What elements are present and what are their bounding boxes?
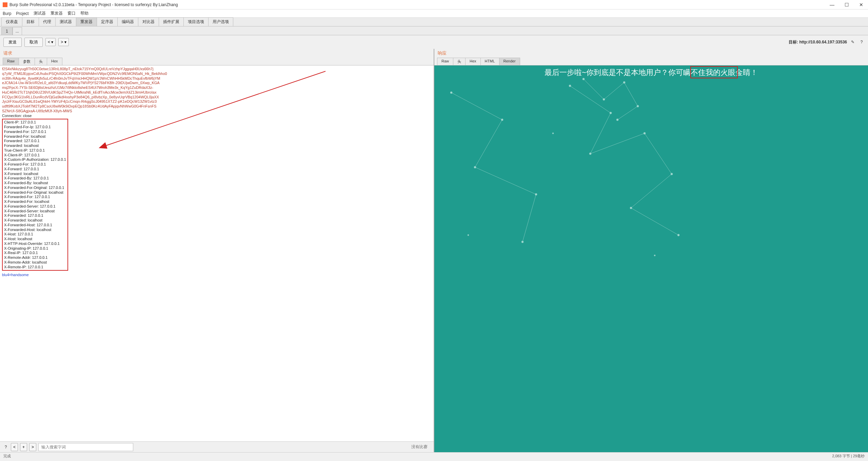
request-body-line: blu4=handsome [2,273,432,277]
search-next-button[interactable]: > [29,443,36,451]
request-view-tabs: Raw 参数 头 Hex [0,58,434,65]
tab-intruder[interactable]: 测试器 [55,17,76,26]
send-button[interactable]: 发送 [3,38,22,47]
particles-bg-icon [434,65,868,452]
minimize-button[interactable]: — [828,2,836,7]
svg-line-1 [475,120,502,167]
annotation-highlight-box [690,66,738,78]
tab-repeater[interactable]: 重发器 [76,17,97,26]
svg-line-13 [617,106,638,120]
svg-line-9 [631,208,678,235]
subtab-1[interactable]: 1 [1,27,13,35]
menu-help[interactable]: 帮助 [80,11,88,16]
request-tab-hex[interactable]: Hex [47,58,62,65]
edit-target-icon[interactable]: ✎ [850,39,856,45]
menu-burp[interactable]: Burp [3,11,11,16]
svg-point-31 [468,234,469,236]
target-label: 目标: http://10.60.64.197:33536 [789,39,847,45]
render-viewport[interactable]: 最后一步啦~你到底是不是本地用户？你可瞒不住我的火眼金睛！ [434,65,868,452]
svg-point-19 [569,85,571,87]
svg-point-15 [501,119,503,121]
svg-point-23 [671,173,673,175]
svg-line-5 [590,113,611,154]
no-match-label: 没有比赛 [411,444,428,450]
tab-proxy[interactable]: 代理 [39,17,56,26]
subtab-more[interactable]: ... [13,27,22,35]
svg-point-24 [630,207,632,209]
request-label: 请求 [0,49,434,58]
status-right: 2,083 字节 | 29毫秒 [832,454,865,459]
tab-extender[interactable]: 插件扩展 [159,17,184,26]
history-fwd-button[interactable]: > ▾ [58,38,68,46]
main-tabs: 仪表盘 目标 代理 测试器 重发器 定序器 编码器 对比器 插件扩展 项目选项 … [0,18,868,26]
svg-point-28 [623,81,625,83]
response-view-tabs: Raw 头 Hex HTML Render [434,58,868,65]
app-logo-icon [3,2,7,7]
response-tab-hex[interactable]: Hex [465,58,481,65]
svg-line-11 [604,82,624,99]
svg-line-0 [451,93,502,120]
svg-line-10 [584,79,604,99]
tab-sequencer[interactable]: 定序器 [97,17,118,26]
repeater-toolbar: 发送 取消 < ▾ > ▾ 目标: http://10.60.64.197:33… [0,35,868,49]
statusbar: 完成 2,083 字节 | 29毫秒 [0,452,868,460]
svg-point-27 [603,98,605,100]
svg-line-6 [590,133,645,154]
request-tab-headers[interactable]: 头 [35,58,47,65]
tab-project-options[interactable]: 项目选项 [183,17,209,26]
tab-target[interactable]: 目标 [22,17,39,26]
menu-window[interactable]: 窗口 [67,11,76,16]
svg-point-25 [677,234,679,236]
svg-point-32 [654,255,655,256]
titlebar: Burp Suite Professional v2.0.11beta - Te… [0,0,868,9]
spoofed-headers-block: Client-IP: 127.0.0.1Forwarded-For-Ip: 12… [2,119,68,271]
svg-point-22 [644,132,646,134]
response-label: 响应 [434,49,868,58]
menu-repeater[interactable]: 重发器 [51,11,63,16]
response-tab-html[interactable]: HTML [480,58,499,65]
response-tab-headers[interactable]: 头 [453,58,466,65]
close-button[interactable]: ✕ [857,2,865,7]
svg-point-21 [589,153,591,155]
request-pane: 请求 Raw 参数 头 Hex f2S4xNkkzyug8Th50C0etwc1… [0,49,434,452]
history-back-button[interactable]: < ▾ [45,38,56,46]
search-add-button[interactable]: + [20,443,27,451]
svg-point-33 [552,133,554,134]
svg-point-17 [535,193,537,195]
connection-line: Connection: close [2,114,432,118]
svg-line-12 [624,82,638,106]
svg-line-8 [631,174,672,208]
repeater-subtabs: 1 ... [0,26,868,35]
request-tab-raw[interactable]: Raw [3,58,19,65]
search-prev-button[interactable]: < [11,443,18,451]
response-tab-render[interactable]: Render [499,58,520,65]
help-icon[interactable]: ? [859,39,865,45]
response-pane: 响应 Raw 头 Hex HTML Render [434,49,868,452]
svg-line-2 [475,167,536,194]
svg-point-18 [521,241,524,243]
request-editor[interactable]: f2S4xNkkzyug8Th50C0etwc13RriL808pT_nEtok… [0,65,434,441]
svg-point-26 [583,78,585,80]
tab-dashboard[interactable]: 仪表盘 [1,17,22,26]
svg-point-30 [616,119,618,121]
svg-point-14 [450,92,452,94]
tab-comparer[interactable]: 对比器 [138,17,159,26]
help-small-icon[interactable]: ? [3,444,9,450]
svg-point-16 [474,166,476,168]
status-left: 完成 [3,454,11,459]
search-bar: ? < + > 没有比赛 [0,441,434,452]
request-tab-params[interactable]: 参数 [19,58,35,65]
svg-line-3 [522,194,536,242]
cancel-button[interactable]: 取消 [24,38,43,47]
svg-point-20 [610,112,612,114]
maximize-button[interactable]: ☐ [843,2,851,7]
content-split: 请求 Raw 参数 头 Hex f2S4xNkkzyug8Th50C0etwc1… [0,49,868,452]
search-input[interactable] [38,443,133,451]
svg-line-7 [645,133,672,174]
menu-project[interactable]: Project [16,11,28,16]
tab-user-options[interactable]: 用户选项 [208,17,233,26]
window-title: Burp Suite Professional v2.0.11beta - Te… [9,2,828,7]
response-tab-raw[interactable]: Raw [437,58,453,65]
tab-decoder[interactable]: 编码器 [117,17,138,26]
menu-tester[interactable]: 测试器 [34,11,46,16]
